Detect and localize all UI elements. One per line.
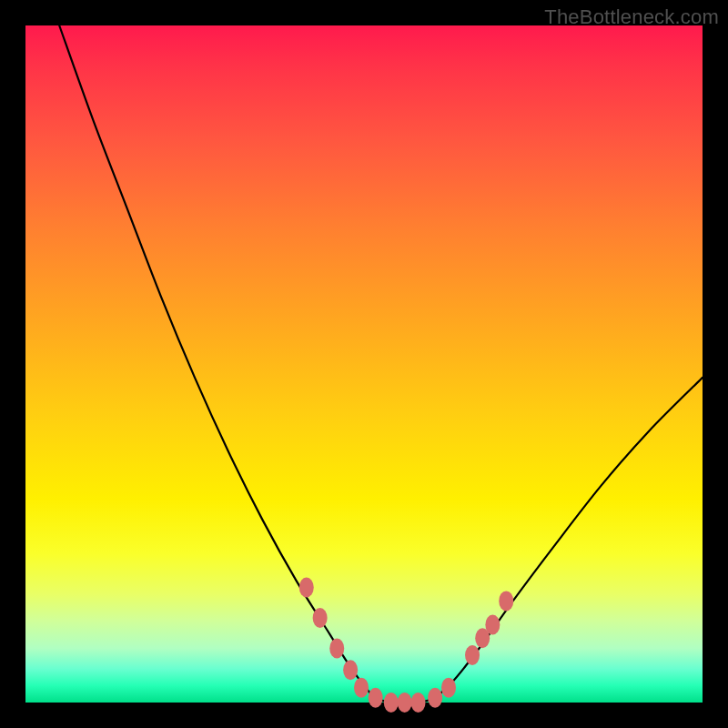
curve-marker [313,608,328,628]
curve-marker [343,660,358,680]
bottleneck-curve [59,25,703,703]
curve-marker [299,578,314,598]
curve-marker [384,693,399,713]
curve-marker [441,678,456,698]
curve-marker [485,614,500,634]
curve-marker [329,638,344,658]
curve-markers [299,578,513,713]
curve-marker [465,645,480,665]
curve-marker [369,688,383,708]
curve-marker [411,693,426,713]
chart-svg [25,25,703,703]
curve-marker [354,678,369,698]
curve-marker [428,688,442,708]
curve-marker [398,693,412,713]
curve-marker [499,591,513,611]
